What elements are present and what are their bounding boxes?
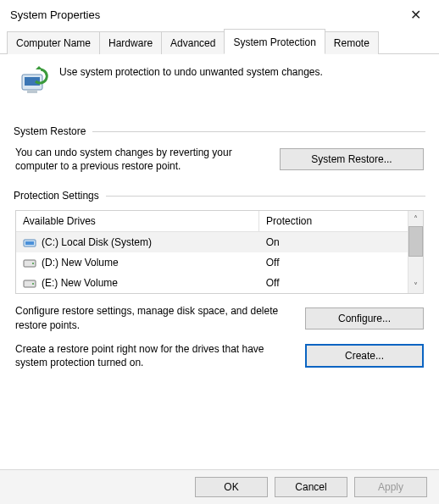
svg-rect-7 [32, 263, 34, 264]
drive-list: Available Drives Protection (C:) Local D… [15, 210, 424, 294]
tab-content: Use system protection to undo unwanted s… [0, 54, 439, 385]
scroll-thumb[interactable] [408, 226, 423, 257]
close-button[interactable]: ✕ [400, 7, 431, 23]
drive-protection: Off [259, 273, 408, 293]
intro-row: Use system protection to undo unwanted s… [14, 61, 425, 108]
drive-label: (D:) New Volume [42, 257, 119, 269]
svg-rect-9 [32, 283, 34, 285]
scrollbar[interactable]: ˄ ˅ [408, 211, 423, 293]
svg-rect-2 [27, 90, 37, 93]
chevron-up-icon: ˄ [414, 214, 418, 224]
group-protection-settings: Protection Settings Available Drives Pro… [14, 190, 425, 369]
tab-remote[interactable]: Remote [325, 31, 379, 54]
create-button[interactable]: Create... [305, 344, 424, 368]
col-header-drives[interactable]: Available Drives [16, 211, 258, 231]
drive-system-icon [23, 237, 36, 247]
tab-computer-name[interactable]: Computer Name [7, 31, 100, 54]
drive-icon [23, 258, 36, 268]
drive-protection: Off [259, 252, 408, 273]
ok-button[interactable]: OK [195, 477, 268, 497]
drive-row[interactable]: (D:) New Volume Off [16, 252, 408, 273]
intro-text: Use system protection to undo unwanted s… [59, 66, 323, 78]
dialog-button-row: OK Cancel Apply [0, 469, 439, 504]
group-label-system-restore: System Restore [14, 125, 86, 137]
group-system-restore: System Restore You can undo system chang… [14, 125, 425, 173]
system-restore-button[interactable]: System Restore... [280, 148, 424, 170]
apply-button: Apply [354, 477, 427, 497]
configure-desc: Configure restore settings, manage disk … [15, 304, 295, 331]
group-label-protection-settings: Protection Settings [14, 190, 99, 202]
svg-marker-3 [36, 66, 42, 69]
cancel-button[interactable]: Cancel [275, 477, 347, 497]
drive-row[interactable]: (E:) New Volume Off [16, 273, 408, 293]
tab-system-protection[interactable]: System Protection [224, 29, 325, 54]
close-icon: ✕ [410, 8, 421, 22]
drive-protection: On [259, 232, 408, 252]
drive-label: (E:) New Volume [42, 277, 118, 289]
divider [92, 131, 425, 132]
svg-rect-5 [25, 241, 34, 245]
tab-strip: Computer Name Hardware Advanced System P… [0, 28, 439, 54]
drive-list-header: Available Drives Protection [16, 211, 408, 232]
scroll-track[interactable] [408, 257, 423, 278]
drive-icon [23, 278, 36, 288]
scroll-down-button[interactable]: ˅ [408, 278, 423, 293]
configure-button[interactable]: Configure... [305, 307, 424, 330]
window-title: System Properties [10, 8, 100, 21]
system-restore-desc: You can undo system changes by reverting… [15, 146, 270, 173]
tab-advanced[interactable]: Advanced [161, 31, 225, 54]
drive-label: (C:) Local Disk (System) [42, 236, 152, 248]
divider [106, 196, 425, 197]
scroll-up-button[interactable]: ˄ [408, 211, 423, 226]
drive-row[interactable]: (C:) Local Disk (System) On [16, 232, 408, 252]
create-desc: Create a restore point right now for the… [15, 342, 295, 369]
chevron-down-icon: ˅ [414, 281, 418, 291]
system-protection-icon [17, 66, 51, 97]
titlebar: System Properties ✕ [0, 0, 439, 28]
col-header-protection[interactable]: Protection [258, 211, 408, 231]
tab-hardware[interactable]: Hardware [99, 31, 162, 54]
